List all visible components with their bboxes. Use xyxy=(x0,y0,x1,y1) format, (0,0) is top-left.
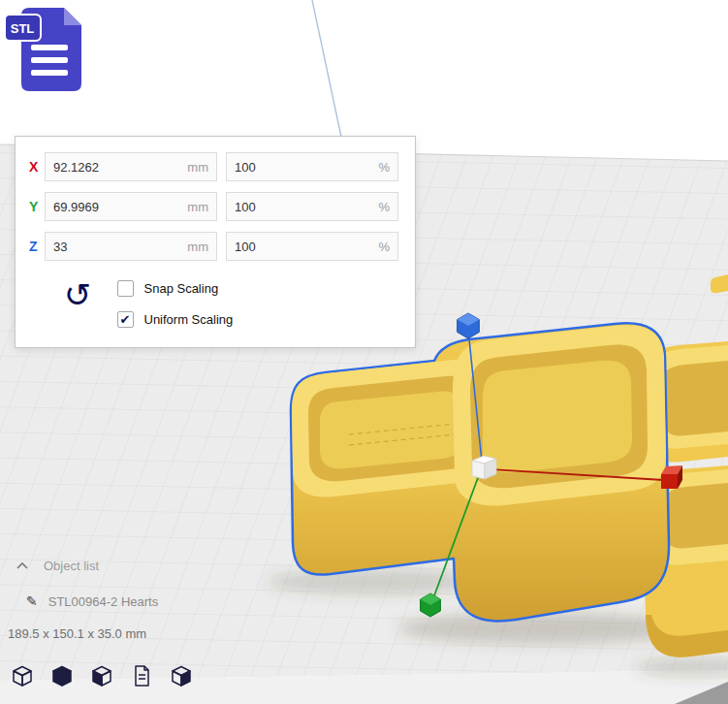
x-percent-unit: % xyxy=(378,160,390,175)
left-view-button[interactable] xyxy=(127,661,156,690)
top-view-button[interactable] xyxy=(87,661,116,690)
uniform-scaling-checkbox[interactable] xyxy=(117,311,134,328)
y-percent-unit: % xyxy=(378,200,390,214)
z-size-unit: mm xyxy=(187,240,208,254)
y-axis-label: Y xyxy=(29,199,45,214)
y-size-input[interactable] xyxy=(53,200,181,214)
object-name: STL00964-2 Hearts xyxy=(48,594,158,609)
right-view-button[interactable] xyxy=(167,661,196,690)
snap-scaling-checkbox[interactable] xyxy=(117,280,134,297)
scale-handle-y-icon[interactable] xyxy=(421,593,441,617)
x-axis-label: X xyxy=(29,159,45,175)
x-size-input[interactable] xyxy=(53,160,181,175)
model-2-hearts[interactable] xyxy=(291,323,669,621)
z-percent-field[interactable]: % xyxy=(226,232,398,261)
object-list-header[interactable]: Object list xyxy=(16,559,99,573)
reset-scale-button[interactable]: ↺ xyxy=(64,278,92,311)
scale-handle-z-icon[interactable] xyxy=(458,313,480,338)
scale-handle-x-icon[interactable] xyxy=(661,465,682,489)
x-percent-field[interactable]: % xyxy=(226,152,398,181)
front-view-button[interactable] xyxy=(47,661,77,690)
x-percent-input[interactable] xyxy=(235,160,372,175)
model-shadow xyxy=(267,569,728,677)
stl-file-icon[interactable]: STL xyxy=(4,2,91,103)
left-view-icon xyxy=(129,663,154,688)
z-axis-label: Z xyxy=(29,239,45,254)
model-copy-right-edge[interactable] xyxy=(642,274,728,657)
front-view-icon xyxy=(49,663,75,688)
y-size-unit: mm xyxy=(187,200,208,214)
y-size-field[interactable]: mm xyxy=(45,192,217,221)
gizmo-z-axis xyxy=(468,330,482,462)
snap-scaling-label: Snap Scaling xyxy=(144,281,219,296)
gizmo-y-axis xyxy=(433,475,479,598)
3d-view-button[interactable] xyxy=(8,661,37,690)
gizmo-x-axis xyxy=(490,469,663,480)
z-size-field[interactable]: mm xyxy=(45,232,217,261)
camera-view-toolbar xyxy=(8,661,196,690)
chevron-up-icon xyxy=(16,561,29,570)
x-size-field[interactable]: mm xyxy=(45,152,217,181)
object-list-title: Object list xyxy=(44,559,99,573)
stl-badge-label: STL xyxy=(11,21,35,36)
scale-row-y: Y mm % xyxy=(29,192,401,221)
floor-corner xyxy=(675,682,728,704)
y-percent-input[interactable] xyxy=(235,200,372,214)
y-percent-field[interactable]: % xyxy=(226,192,398,221)
snap-scaling-row: Snap Scaling xyxy=(117,280,234,297)
right-view-icon xyxy=(169,663,194,688)
uniform-scaling-label: Uniform Scaling xyxy=(144,312,234,327)
uniform-scaling-row: Uniform Scaling xyxy=(117,311,234,328)
scale-options: ↺ Snap Scaling Uniform Scaling xyxy=(29,276,401,328)
x-size-unit: mm xyxy=(187,160,208,175)
3d-view-icon xyxy=(10,663,35,688)
edit-pencil-icon: ✎ xyxy=(26,593,38,609)
scale-row-x: X mm % xyxy=(29,152,401,181)
top-view-icon xyxy=(89,663,114,688)
scale-tool-panel: X mm % Y mm % Z mm % ↺ xyxy=(15,136,416,348)
z-percent-unit: % xyxy=(378,240,390,254)
scale-handle-center-icon[interactable] xyxy=(472,456,496,479)
scale-row-z: Z mm % xyxy=(29,232,401,261)
z-percent-input[interactable] xyxy=(235,240,372,254)
model-dimensions: 189.5 x 150.1 x 35.0 mm xyxy=(8,626,146,641)
object-list-item[interactable]: ✎ STL00964-2 Hearts xyxy=(26,593,158,609)
selection-outline xyxy=(291,323,669,621)
z-size-input[interactable] xyxy=(53,240,181,254)
scale-gizmo[interactable] xyxy=(421,313,682,617)
build-volume-edge xyxy=(312,0,341,137)
